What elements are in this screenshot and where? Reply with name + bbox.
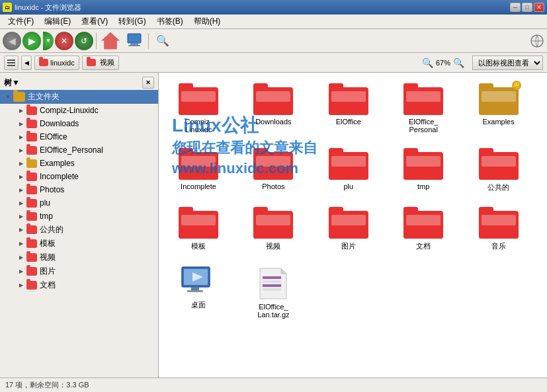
folder-label: 音乐: [491, 241, 506, 251]
maximize-button[interactable]: □: [522, 3, 532, 12]
sidebar-item-plu-label: plu: [40, 198, 50, 208]
archive-svg: [257, 266, 289, 301]
main-area: 树▼ ✕ ▼ 主文件夹 ▶ Compiz-Linuxidc ▶ Download…: [0, 73, 547, 377]
expand-icon: ▶: [16, 118, 26, 129]
network-icon: [530, 34, 544, 48]
view-mode-select[interactable]: 以图标视图查看 以列表视图查看 以紧凑视图查看: [472, 56, 543, 70]
nav-back-button[interactable]: ◀: [3, 32, 21, 50]
svg-rect-5: [7, 59, 15, 61]
folder-public[interactable]: 公共的: [466, 144, 532, 196]
toolbar-separator2: [148, 33, 149, 49]
folder-icon: [479, 207, 519, 239]
folder-label: Photos: [262, 182, 284, 190]
menu-go[interactable]: 转到(G): [113, 15, 151, 28]
expand-icon: ▶: [16, 266, 26, 277]
home-icon: [101, 32, 120, 50]
expand-icon: ▶: [16, 105, 26, 116]
stop-button[interactable]: ✕: [55, 32, 73, 50]
svg-rect-14: [263, 280, 281, 283]
location-left-arrow[interactable]: ◀: [21, 56, 32, 70]
sidebar-item-eloffice-personal[interactable]: ▶ ElOffice_Personal: [0, 143, 158, 157]
close-button[interactable]: ✕: [534, 3, 544, 12]
sidebar-close-button[interactable]: ✕: [142, 77, 154, 89]
expand-icon: ▶: [16, 211, 26, 221]
expand-icon: ▶: [16, 145, 26, 155]
folder-label: plu: [343, 182, 353, 190]
folder-icon: [179, 83, 218, 115]
menu-file[interactable]: 文件(F): [3, 15, 39, 28]
sidebar-item-compiz[interactable]: ▶ Compiz-Linuxidc: [0, 104, 158, 117]
zoom-level: 67%: [436, 59, 450, 67]
sidebar-item-plu[interactable]: ▶ plu: [0, 196, 158, 210]
menu-bookmark[interactable]: 书签(B): [151, 15, 189, 28]
folder-label: 公共的: [487, 182, 509, 192]
folder-label: Examples: [482, 118, 514, 126]
menubar: 文件(F) 编辑(E) 查看(V) 转到(G) 书签(B) 帮助(H): [0, 15, 547, 29]
breadcrumb-toggle[interactable]: [4, 56, 19, 70]
file-desktop[interactable]: 桌面: [165, 262, 231, 323]
sidebar-item-tmp[interactable]: ▶ tmp: [0, 210, 158, 223]
folder-icon: [253, 207, 293, 239]
window-controls: ─ □ ✕: [510, 3, 544, 12]
nav-forward-button[interactable]: ▶: [22, 32, 41, 50]
expand-icon: ▼: [3, 92, 13, 102]
folder-incomplete[interactable]: Incomplete: [165, 144, 231, 196]
menu-view[interactable]: 查看(V): [76, 15, 113, 28]
folder-label: 图片: [341, 241, 356, 251]
statusbar: 17 项，剩余空间：3.3 GB: [0, 377, 547, 392]
breadcrumb-linuxidc[interactable]: linuxidc: [34, 56, 79, 70]
sidebar-item-eloffice[interactable]: ▶ ElOffice: [0, 130, 158, 143]
sidebar-item-downloads[interactable]: ▶ Downloads: [0, 117, 158, 130]
folder-label: 文档: [416, 241, 431, 251]
folder-downloads[interactable]: Downloads: [240, 79, 306, 137]
breadcrumb-linuxidc-label: linuxidc: [50, 59, 75, 67]
zoom-in-button[interactable]: 🔍: [453, 58, 464, 68]
folder-pictures[interactable]: 图片: [316, 203, 382, 255]
sidebar-item-public[interactable]: ▶ 公共的: [0, 223, 158, 237]
computer-button[interactable]: [123, 32, 146, 50]
zoom-out-button[interactable]: 🔍: [422, 58, 433, 68]
sidebar-item-documents[interactable]: ▶ 文档: [0, 278, 158, 292]
sidebar-item-incomplete[interactable]: ▶ Incomplete: [0, 170, 158, 183]
archive-icon: [257, 266, 289, 301]
sidebar-item-video[interactable]: ▶ 视频: [0, 251, 158, 264]
sidebar-item-examples[interactable]: ▶ Examples: [0, 157, 158, 170]
menu-edit[interactable]: 编辑(E): [39, 15, 76, 28]
sidebar-item-photos[interactable]: ▶ Photos: [0, 183, 158, 196]
menu-help[interactable]: 帮助(H): [189, 15, 226, 28]
minimize-button[interactable]: ─: [510, 3, 521, 12]
sidebar-item-pictures-label: 图片: [40, 266, 56, 277]
home-button[interactable]: [99, 32, 122, 50]
folder-music[interactable]: 音乐: [466, 203, 532, 255]
sidebar-item-pictures[interactable]: ▶ 图片: [0, 264, 158, 278]
sidebar-item-eloffice-personal-label: ElOffice_Personal: [40, 145, 103, 155]
search-button[interactable]: 🔍: [151, 32, 174, 50]
folder-photos[interactable]: Photos: [240, 144, 306, 196]
sidebar-item-templates[interactable]: ▶ 模板: [0, 237, 158, 251]
file-icon-grid: Compiz-Linuxidc Downloads: [165, 79, 540, 323]
folder-video[interactable]: 视频: [240, 203, 306, 255]
folder-documents[interactable]: 文档: [390, 203, 456, 255]
file-eloffice-tar[interactable]: ElOffice_Lan.tar.gz: [240, 262, 306, 323]
folder-icon: [253, 83, 293, 115]
svg-rect-0: [128, 34, 141, 43]
breadcrumb-shipin[interactable]: 视频: [82, 56, 119, 70]
folder-tmp[interactable]: tmp: [390, 144, 456, 196]
folder-templates[interactable]: 模板: [165, 203, 231, 255]
folder-plu[interactable]: plu: [316, 144, 382, 196]
folder-icon: [179, 207, 218, 239]
nav-forward-dropdown[interactable]: ▼: [43, 32, 54, 50]
folder-eloffice[interactable]: ElOffice: [316, 79, 382, 137]
folder-eloffice-personal[interactable]: ElOffice_Personal: [390, 79, 456, 137]
reload-button[interactable]: ↺: [75, 32, 93, 50]
folder-label: 模板: [191, 241, 206, 251]
folder-examples[interactable]: 🔑 Examples: [466, 79, 532, 137]
sidebar-item-home[interactable]: ▼ 主文件夹: [0, 90, 158, 104]
sidebar-item-tmp-label: tmp: [40, 212, 53, 221]
view-mode-dropdown[interactable]: 以图标视图查看 以列表视图查看 以紧凑视图查看: [472, 56, 543, 70]
svg-rect-6: [7, 62, 15, 63]
expand-icon: ▶: [16, 239, 26, 249]
sidebar-item-documents-label: 文档: [40, 280, 56, 291]
list-icon: [7, 58, 16, 67]
folder-compiz-linuxidc[interactable]: Compiz-Linuxidc: [165, 79, 231, 137]
